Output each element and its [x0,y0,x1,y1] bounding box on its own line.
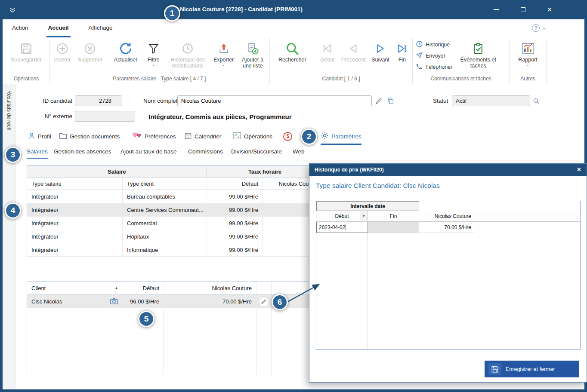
ribbon: Sauvegarder Opérations Insérer Supprimer [3,37,584,84]
menu-accueil[interactable]: Accueil [46,19,71,37]
cell-client-label: Clsc Nicolas [31,298,62,305]
col-defaut[interactable]: Défaut [123,282,164,294]
results-panel-tab[interactable]: Résultats de rech [3,84,15,389]
externe-input[interactable] [75,111,135,122]
col-type-salaire[interactable]: Type salaire [27,178,123,190]
first-icon [322,40,333,57]
subtab-division[interactable]: Division/Succursale [231,148,282,159]
tab-taux-horaire[interactable]: $ [283,129,292,145]
subtab-web[interactable]: Web [293,148,305,159]
subtab-salaires[interactable]: Salaires [27,148,48,159]
send-label: Envoyer [426,53,445,59]
copy-icon[interactable] [386,96,396,106]
first-button[interactable]: Début [317,38,338,63]
cell-client: Centre Services Communaut... [123,203,207,217]
tab-preferences[interactable]: Préférences [132,129,176,145]
tab-parametres[interactable]: Paramètres [321,129,361,145]
help-icon[interactable]: ? [532,24,540,32]
tab-preferences-label: Préférences [145,133,176,140]
menu-action[interactable]: Action [10,19,30,37]
dialog-close-icon[interactable]: ✕ [577,166,581,173]
search-icon [285,40,300,57]
menu-affichage[interactable]: Affichage [87,19,114,37]
save-and-close-button[interactable]: Enregistrer et fermer [485,361,579,377]
subtab-commissions[interactable]: Commissions [188,148,223,159]
date-filter-dropdown-icon[interactable]: ▼ [360,211,367,220]
preferences-hearts-icon [132,132,142,141]
cell-defaut: 99.00 $/Hre [207,230,263,243]
cell-client: Bureau comptables [123,190,207,203]
cell-defaut: 99.00 $/Hre [207,203,263,217]
price-history-dialog: Historique de prix (WKF020) ✕ Type salai… [309,163,587,383]
subtab-absences[interactable]: Gestion des absences [54,148,111,159]
delete-button[interactable]: Supprimer [75,38,106,63]
history-label: Historique [426,42,450,48]
operations-icon [233,132,241,141]
subtab-taux-base[interactable]: Ajout au taux de base [120,148,177,159]
phone-button[interactable]: Téléphoner [416,62,452,72]
report-button[interactable]: Rapport ⌄ [514,38,542,67]
maximize-icon [521,7,525,12]
tab-gestion-documents[interactable]: Gestion documents [59,129,120,145]
export-icon [218,40,230,57]
save-button[interactable]: Sauvegarder [6,38,47,63]
tab-profil-label: Profil [38,133,51,140]
documents-folder-icon [59,132,67,141]
rate-cell: 70.00 $/Hre [419,222,474,233]
ribbon-collapse-chevron-icon[interactable]: ⌄ [542,26,546,30]
insert-label: Insérer [54,57,71,63]
col-client[interactable]: Client ▲ [27,282,123,294]
row-edit-pencil-icon[interactable] [259,297,269,307]
report-icon [521,40,535,57]
last-button[interactable]: Fin [393,38,411,63]
ribbon-group-label-candidat: Candidat [ 1 / 6 ] [271,75,411,84]
next-button[interactable]: Suivant [369,38,392,63]
statut-search-icon[interactable] [531,96,541,106]
col-candidat[interactable]: Nicolas Couture [164,282,256,294]
report-chevron-icon: ⌄ [526,63,530,67]
col-type-client[interactable]: Type client [123,178,207,190]
annotation-badge-2: 2 [301,129,317,145]
edit-pencil-icon[interactable] [374,96,384,106]
tab-profil[interactable]: Profil [28,129,51,145]
close-button[interactable]: ✕ [541,3,559,16]
insert-button[interactable]: Insérer [51,38,74,63]
minimize-button[interactable] [487,3,505,16]
search-button[interactable]: Rechercher [274,38,311,63]
add-to-list-label: Ajouter à une liste [238,57,267,69]
col-fin[interactable]: Fin [368,211,419,222]
col-debut[interactable]: Début ▼ [316,211,368,222]
price-history-grid: Intervalle date Début ▼ Fin Nicolas Cout… [316,201,581,350]
close-icon: ✕ [547,6,552,14]
camera-icon[interactable] [110,297,118,306]
nom-complet-input[interactable] [177,95,372,106]
col-defaut[interactable]: Défaut [207,178,263,190]
report-label: Rapport [518,57,537,63]
previous-button[interactable]: Précédent [339,38,368,63]
col-candidat[interactable]: Nicolas Couture [419,211,474,222]
tab-operations[interactable]: Opérations [233,129,272,145]
quick-access-icon[interactable] [9,7,15,15]
tab-calendrier[interactable]: Calendrier [184,129,221,145]
send-button[interactable]: Envoyer [416,51,452,61]
events-tasks-button[interactable]: Événements et tâches [459,38,497,69]
title-bar: Nicolas Couture [2728] - Candidat (PRIM0… [0,0,587,19]
phone-label: Téléphoner [425,64,452,70]
filter-button[interactable]: Filtre ⌄ [142,38,165,67]
cell-client: Informatique [123,243,207,257]
add-to-list-button[interactable]: Ajouter à une liste [237,38,268,69]
ribbon-spacer [547,38,584,84]
debut-date-cell[interactable]: 2023-04-02 [316,222,368,233]
maximize-button[interactable] [514,3,532,16]
refresh-button[interactable]: Actualiser [110,38,142,63]
add-to-list-icon [246,40,259,57]
menu-bar: Action Accueil Affichage ? ⌄ [3,19,584,37]
menu-right: ? ⌄ [532,24,546,32]
insert-icon [56,40,69,57]
history-button[interactable]: Historique [416,40,452,49]
modification-history-button[interactable]: Historique des modifications [165,38,210,69]
fin-date-cell[interactable] [368,222,419,233]
export-button[interactable]: Exporter ⌄ [211,38,237,67]
grid-data-row[interactable]: 2023-04-02 70.00 $/Hre [316,222,580,233]
tab-parametres-label: Paramètres [331,133,361,140]
